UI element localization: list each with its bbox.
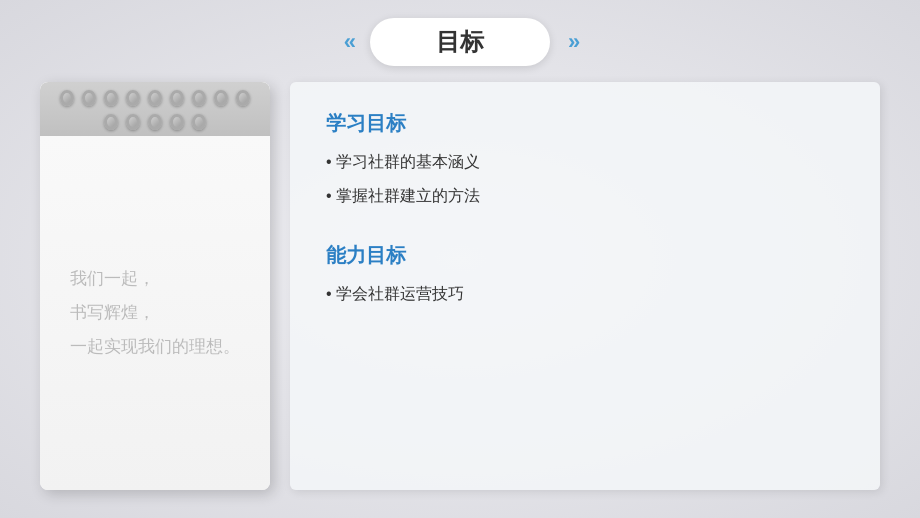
notebook: 我们一起， 书写辉煌， 一起实现我们的理想。	[40, 82, 270, 490]
notebook-line-1: 我们一起，	[70, 262, 240, 296]
notebook-ring	[104, 90, 118, 106]
notebook-ring	[192, 114, 206, 130]
notebook-ring	[148, 114, 162, 130]
prev-arrow[interactable]: «	[344, 29, 352, 55]
right-panel: 学习目标学习社群的基本涵义掌握社群建立的方法能力目标学会社群运营技巧	[290, 82, 880, 490]
notebook-ring	[214, 90, 228, 106]
notebook-line-3: 一起实现我们的理想。	[70, 330, 240, 364]
page-title: 目标	[370, 18, 550, 66]
section-title-0: 学习目标	[326, 110, 844, 137]
notebook-ring	[192, 90, 206, 106]
notebook-ring	[104, 114, 118, 130]
notebook-ring	[126, 90, 140, 106]
content-area: 我们一起， 书写辉煌， 一起实现我们的理想。 学习目标学习社群的基本涵义掌握社群…	[0, 82, 920, 510]
notebook-ring	[148, 90, 162, 106]
notebook-ring	[82, 90, 96, 106]
bullet-item-1-0: 学会社群运营技巧	[326, 277, 844, 311]
notebook-body: 我们一起， 书写辉煌， 一起实现我们的理想。	[40, 136, 270, 490]
next-arrow[interactable]: »	[568, 29, 576, 55]
bullet-item-0-1: 掌握社群建立的方法	[326, 179, 844, 213]
section-ability-goals: 能力目标学会社群运营技巧	[326, 242, 844, 311]
notebook-ring	[236, 90, 250, 106]
notebook-ring	[170, 90, 184, 106]
notebook-text: 我们一起， 书写辉煌， 一起实现我们的理想。	[70, 262, 240, 364]
notebook-ring	[126, 114, 140, 130]
notebook-ring	[60, 90, 74, 106]
bullet-item-0-0: 学习社群的基本涵义	[326, 145, 844, 179]
notebook-ring	[170, 114, 184, 130]
header: « 目标 »	[0, 0, 920, 82]
section-study-goals: 学习目标学习社群的基本涵义掌握社群建立的方法	[326, 110, 844, 212]
notebook-rings	[40, 82, 270, 136]
notebook-line-2: 书写辉煌，	[70, 296, 240, 330]
section-title-1: 能力目标	[326, 242, 844, 269]
